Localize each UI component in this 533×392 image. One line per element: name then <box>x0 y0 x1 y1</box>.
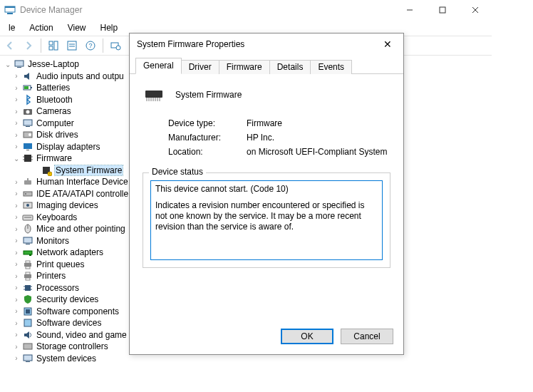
device-manager-icon <box>4 4 16 16</box>
svg-point-16 <box>116 46 120 50</box>
tree-node-label: Computer <box>36 118 74 128</box>
svg-text:!: ! <box>49 172 50 176</box>
category-icon <box>22 212 33 223</box>
svg-point-46 <box>25 193 26 195</box>
toolbar-separator <box>103 38 103 53</box>
expand-icon[interactable]: › <box>11 178 21 186</box>
dialog-buttons: OK Cancel <box>130 321 403 354</box>
svg-rect-63 <box>25 285 31 291</box>
dialog-tabs: General Driver Firmware Details Events <box>130 55 403 74</box>
category-icon <box>22 270 33 282</box>
tab-driver[interactable]: Driver <box>181 60 219 74</box>
svg-rect-61 <box>26 272 30 274</box>
svg-rect-45 <box>24 192 32 196</box>
tree-node-label: Imaging devices <box>36 200 98 210</box>
properties-toolbar-button[interactable] <box>63 38 81 53</box>
expand-icon[interactable]: › <box>11 213 21 221</box>
svg-rect-30 <box>26 126 30 127</box>
expand-icon[interactable]: › <box>11 143 21 150</box>
dialog-titlebar[interactable]: System Firmware Properties ✕ <box>130 33 403 55</box>
expand-icon[interactable]: › <box>11 237 21 244</box>
tree-node-label: Keyboards <box>36 212 77 222</box>
value-device-type: Firmware <box>247 118 282 128</box>
svg-rect-74 <box>145 91 162 98</box>
tree-node-label: Security devices <box>36 294 98 304</box>
tree-node-label: Cameras <box>36 106 71 116</box>
tree-node-label: Disk drives <box>36 130 78 140</box>
svg-rect-26 <box>24 86 29 89</box>
toolbar-separator <box>41 38 41 53</box>
expand-icon[interactable]: › <box>11 249 21 257</box>
tree-node-label: IDE ATA/ATAPI controlle <box>36 189 128 199</box>
label-manufacturer: Manufacturer: <box>168 133 247 143</box>
close-button[interactable] <box>459 0 492 20</box>
menu-file[interactable]: le <box>1 21 22 34</box>
category-icon <box>22 105 33 117</box>
expand-icon[interactable]: › <box>11 307 21 315</box>
row-manufacturer: Manufacturer: HP Inc. <box>168 133 390 143</box>
show-hide-tree-button[interactable] <box>45 38 62 53</box>
maximize-button[interactable] <box>426 0 459 20</box>
svg-rect-73 <box>26 361 30 362</box>
expand-icon[interactable]: › <box>11 190 21 197</box>
menu-help[interactable]: Help <box>93 21 125 34</box>
svg-text:?: ? <box>88 42 92 49</box>
expand-icon[interactable]: › <box>11 119 21 127</box>
tree-node-label: System Firmware <box>55 165 123 175</box>
back-button[interactable] <box>1 38 19 53</box>
tab-events[interactable]: Events <box>310 60 352 74</box>
svg-rect-59 <box>26 267 30 269</box>
svg-rect-22 <box>15 61 24 66</box>
expand-icon[interactable]: › <box>11 108 21 115</box>
device-status-legend: Device status <box>149 167 206 177</box>
help-toolbar-button[interactable]: ? <box>82 38 99 53</box>
expand-icon[interactable]: › <box>11 284 21 292</box>
dialog-close-button[interactable]: ✕ <box>372 33 403 55</box>
expand-icon[interactable]: › <box>11 96 21 103</box>
tab-details[interactable]: Details <box>269 60 311 74</box>
tree-node-label: Bluetooth <box>36 95 73 105</box>
expand-icon[interactable]: › <box>11 272 21 280</box>
ok-button[interactable]: OK <box>281 329 333 344</box>
device-status-textbox[interactable]: This device cannot start. (Code 10) Indi… <box>150 180 383 260</box>
forward-button[interactable] <box>20 38 37 53</box>
tree-node-label: Software components <box>36 306 119 316</box>
tree-node-label: Display adapters <box>36 142 100 152</box>
expand-icon[interactable]: › <box>11 354 21 362</box>
collapse-icon[interactable]: ⌄ <box>3 61 13 68</box>
value-location: on Microsoft UEFI-Compliant System <box>247 147 387 157</box>
expand-icon[interactable]: › <box>11 343 21 351</box>
menu-view[interactable]: View <box>61 21 93 34</box>
svg-rect-4 <box>440 7 445 13</box>
svg-rect-71 <box>24 344 32 349</box>
cancel-button[interactable]: Cancel <box>341 329 393 344</box>
tree-node-label: Human Interface Device <box>36 177 128 187</box>
expand-icon[interactable]: › <box>11 296 21 304</box>
scan-hardware-button[interactable] <box>107 38 124 53</box>
expand-icon[interactable]: › <box>11 202 21 210</box>
expand-icon[interactable]: › <box>11 331 21 339</box>
category-icon <box>22 82 33 93</box>
category-icon <box>22 259 33 270</box>
category-icon <box>22 94 33 105</box>
tree-node-label: System devices <box>36 354 96 363</box>
svg-rect-29 <box>24 120 32 125</box>
firmware-warning-icon: ! <box>41 165 52 176</box>
expand-icon[interactable]: › <box>11 131 21 139</box>
expand-icon[interactable]: › <box>11 72 21 80</box>
expand-icon[interactable]: › <box>11 319 21 327</box>
expand-icon[interactable]: › <box>11 260 21 268</box>
tab-general[interactable]: General <box>135 58 182 74</box>
device-name: System Firmware <box>175 90 242 100</box>
tab-firmware[interactable]: Firmware <box>219 60 270 74</box>
expand-icon[interactable]: › <box>11 84 21 92</box>
computer-icon <box>14 58 25 70</box>
svg-rect-43 <box>24 180 31 185</box>
svg-rect-33 <box>24 143 32 149</box>
label-device-type: Device type: <box>168 118 247 128</box>
menu-action[interactable]: Action <box>22 21 60 34</box>
minimize-button[interactable] <box>393 0 426 20</box>
expand-icon[interactable]: › <box>11 225 21 233</box>
category-icon <box>22 282 33 294</box>
collapse-icon[interactable]: ⌄ <box>11 155 21 163</box>
